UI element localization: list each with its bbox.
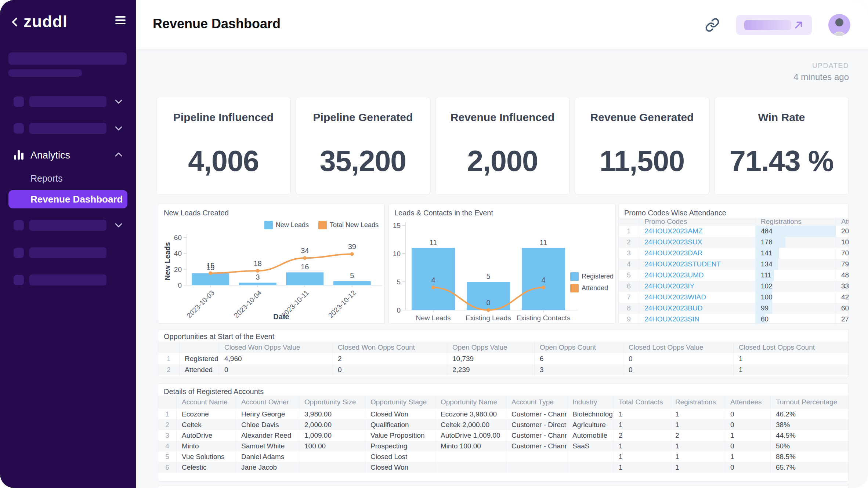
cell-industry: Automobile [567, 430, 614, 441]
attendees-cell: 33 [836, 281, 849, 292]
table-row: 124HOUX2023AMZ484204 [619, 226, 849, 237]
cell: 3 [535, 364, 623, 375]
svg-text:3: 3 [256, 273, 260, 281]
promo-code-link[interactable]: 24HOUX2023SUX [644, 238, 702, 246]
promo-code-link[interactable]: 24HOUX2023STUDENT [644, 260, 721, 268]
row-number: 4 [619, 259, 639, 270]
menu-item-icon [14, 248, 24, 258]
table-row: 424HOUX2023STUDENT13479 [619, 259, 849, 270]
main-area: Revenue Dashboard [136, 0, 868, 488]
chevron-down-icon[interactable] [115, 223, 122, 227]
promo-code-link[interactable]: 24HOUX2023DAR [644, 249, 702, 257]
sidebar-header: zuddl [0, 11, 136, 33]
hamburger-menu-icon[interactable] [115, 16, 126, 26]
menu-item-label-skeleton [29, 220, 106, 231]
menu-item-label-skeleton [29, 274, 106, 285]
kpi-value: 4,006 [156, 144, 290, 178]
cell-account_name: Ecozone [177, 409, 236, 419]
kpi-label: Revenue Generated [575, 111, 709, 124]
registrations-cell: 178 [756, 237, 836, 248]
avatar[interactable] [828, 14, 850, 36]
cell-account_owner: Henry George [236, 409, 299, 419]
svg-text:2023-10-12: 2023-10-12 [327, 289, 358, 320]
attendees-cell: 79 [836, 259, 849, 270]
cell-attendees: 1 [725, 451, 771, 462]
header-cell [619, 218, 639, 226]
cell-opportunity_name: AutoDrive 1,009.00 [435, 430, 506, 441]
sidebar-item-revenue-dashboard[interactable]: Revenue Dashboard [8, 190, 127, 208]
promo-code-link[interactable]: 24HOUX2023SIN [644, 315, 699, 323]
table-row: 3AutoDriveAlexander Reed1,009.00Value Pr… [158, 430, 849, 441]
cell-registrations: 1 [670, 451, 725, 462]
cell: 2,239 [447, 364, 535, 375]
svg-text:11: 11 [540, 238, 547, 247]
attendees-cell: 42 [836, 292, 849, 303]
svg-text:11: 11 [430, 238, 437, 247]
registered-accounts-table: Account Name Account Owner Opportunity S… [158, 396, 849, 473]
header-cell-attendees: Attendees [836, 218, 849, 226]
svg-text:0: 0 [397, 306, 401, 314]
cell-opportunity_size [299, 462, 365, 473]
back-chevron-icon[interactable] [10, 16, 20, 28]
svg-text:60: 60 [174, 234, 182, 241]
kpi-card-revenue-generated: Revenue Generated 11,500 [575, 97, 709, 195]
promo-code-link[interactable]: 24HOUX2023BUD [644, 304, 702, 312]
svg-text:0: 0 [486, 299, 490, 307]
row-number: 4 [158, 441, 177, 451]
chevron-down-icon[interactable] [115, 126, 122, 131]
cell-opportunity_size: 1,009.00 [299, 430, 365, 441]
opportunities-table: Closed Won Opps Value Closed Won Opps Co… [158, 342, 849, 375]
cell-opportunity_name: Minto 100.00 [435, 441, 506, 451]
promo-code-link[interactable]: 24HOUX2023UMD [644, 271, 704, 279]
kpi-label: Pipeline Influenced [156, 111, 290, 124]
header-cell: Opportunity Name [435, 396, 506, 409]
svg-text:34: 34 [301, 247, 309, 255]
promo-code-link[interactable]: 24HOUX2023IY [644, 282, 694, 290]
row-label: Registered [180, 353, 219, 364]
cell: 6 [535, 353, 623, 364]
leads-contacts-chart: 051015New LeadsExisting LeadsExisting Co… [389, 204, 615, 324]
leads-contacts-panel: Leads & Contacts in the Event Registered… [388, 204, 615, 324]
svg-text:20: 20 [174, 266, 182, 273]
arrow-up-right-icon [793, 20, 804, 30]
promo-code-link[interactable]: 24HOUX2023WIAD [644, 293, 706, 301]
cell-account_owner: Chloe Davis [236, 419, 299, 430]
link-icon[interactable] [705, 18, 720, 32]
cell-account_type: Customer - Direct [506, 419, 567, 430]
attendees-cell: 70 [836, 248, 849, 259]
cell-opportunity_size [299, 451, 365, 462]
menu-item-icon [14, 123, 24, 134]
chevron-down-icon[interactable] [115, 99, 122, 104]
cell-total_contacts: 1 [614, 409, 670, 419]
chevron-up-icon[interactable] [115, 152, 122, 157]
header-cell: Opportunity Stage [365, 396, 435, 409]
table-body: 124HOUX2023AMZ484204224HOUX2023SUX178104… [619, 226, 849, 324]
svg-text:Existing Leads: Existing Leads [466, 314, 511, 322]
promo-codes-table: Promo Codes Registrations Attendees 124H… [619, 218, 849, 324]
cell-turnout: 65.7% [771, 462, 849, 473]
cell-turnout: 50% [771, 441, 849, 451]
promo-code-link[interactable]: 24HOUX2023AMZ [644, 227, 702, 235]
row-number: 7 [619, 292, 639, 303]
menu-item-icon [14, 220, 24, 230]
promo-codes-panel: Promo Codes Wise Attendance Promo Codes … [618, 204, 849, 324]
new-leads-chart: 02040602023-10-032023-10-042023-10-11202… [158, 204, 385, 324]
svg-text:39: 39 [348, 243, 356, 251]
attendees-cell: 204 [836, 226, 849, 237]
table-row: 724HOUX2023WIAD10042 [619, 292, 849, 303]
cell: 0 [623, 353, 734, 364]
header-cell: Closed Lost Opps Value [623, 342, 734, 353]
share-button[interactable] [736, 15, 812, 35]
cell-opportunity_name [435, 462, 506, 473]
table-header-row: Closed Won Opps Value Closed Won Opps Co… [158, 342, 849, 353]
cell-registrations: 2 [670, 430, 725, 441]
registrations-cell: 111 [756, 270, 836, 281]
sidebar-item-reports[interactable]: Reports [30, 173, 63, 184]
header-cell: Open Opps Value [447, 342, 535, 353]
cell-turnout: 38% [771, 419, 849, 430]
cell: 0 [623, 364, 734, 375]
menu-item-icon [14, 96, 24, 107]
cell-account_name: AutoDrive [177, 430, 236, 441]
kpi-card-pipeline-generated: Pipeline Generated 35,200 [296, 97, 430, 195]
registrations-cell: 99 [756, 303, 836, 314]
